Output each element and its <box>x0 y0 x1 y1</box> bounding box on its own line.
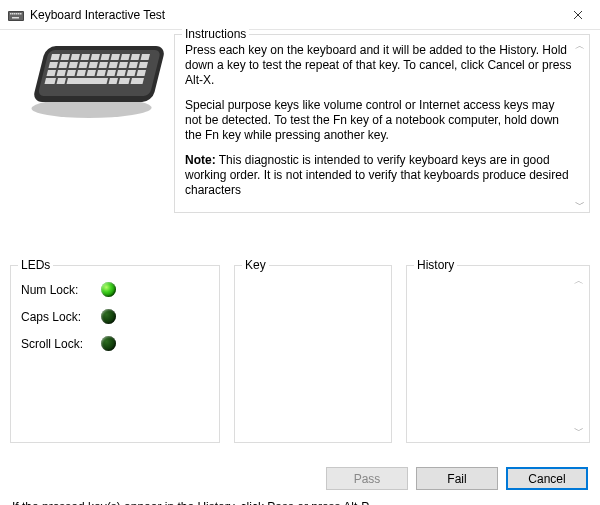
key-group: Key <box>234 265 392 443</box>
svg-rect-34 <box>67 70 76 76</box>
instructions-p2: Special purpose keys like volume control… <box>185 98 573 143</box>
svg-rect-19 <box>121 54 130 60</box>
svg-rect-44 <box>67 78 108 84</box>
svg-rect-43 <box>57 78 66 84</box>
svg-rect-13 <box>61 54 70 60</box>
svg-rect-21 <box>141 54 150 60</box>
capslock-led <box>101 309 116 324</box>
svg-rect-8 <box>12 17 19 19</box>
led-row-numlock: Num Lock: <box>21 282 209 297</box>
close-button[interactable] <box>555 0 600 30</box>
svg-rect-2 <box>10 13 12 15</box>
svg-rect-15 <box>81 54 90 60</box>
svg-rect-24 <box>69 62 78 68</box>
svg-rect-16 <box>91 54 100 60</box>
history-legend: History <box>414 258 457 272</box>
history-group: History ︿ ﹀ <box>406 265 590 443</box>
keyboard-illustration <box>10 34 168 124</box>
svg-rect-27 <box>99 62 108 68</box>
hint-text: If the pressed key(s) appear in the Hist… <box>10 500 590 505</box>
svg-rect-42 <box>45 78 56 84</box>
dialog-buttons: Pass Fail Cancel <box>10 467 590 490</box>
hint-pass: If the pressed key(s) appear in the Hist… <box>12 500 588 505</box>
svg-rect-29 <box>119 62 128 68</box>
led-row-scrolllock: Scroll Lock: <box>21 336 209 351</box>
instructions-scrollbar[interactable]: ︿ ﹀ <box>573 41 587 210</box>
svg-rect-45 <box>109 78 118 84</box>
svg-rect-6 <box>18 13 20 15</box>
svg-rect-26 <box>89 62 98 68</box>
title-bar: Keyboard Interactive Test <box>0 0 600 30</box>
numlock-led <box>101 282 116 297</box>
key-legend: Key <box>242 258 269 272</box>
instructions-p3: Note: This diagnostic is intended to ver… <box>185 153 573 198</box>
instructions-group: Instructions Press each key on the keybo… <box>174 34 590 213</box>
window-title: Keyboard Interactive Test <box>30 8 555 22</box>
svg-rect-23 <box>59 62 68 68</box>
numlock-label: Num Lock: <box>21 283 101 297</box>
svg-rect-31 <box>139 62 148 68</box>
scrolllock-led <box>101 336 116 351</box>
svg-rect-20 <box>131 54 140 60</box>
svg-rect-4 <box>14 13 16 15</box>
svg-rect-25 <box>79 62 88 68</box>
svg-rect-33 <box>57 70 66 76</box>
svg-rect-46 <box>119 78 130 84</box>
keyboard-icon <box>8 9 24 21</box>
svg-rect-38 <box>107 70 116 76</box>
svg-rect-7 <box>20 13 22 15</box>
fail-button[interactable]: Fail <box>416 467 498 490</box>
scrolllock-label: Scroll Lock: <box>21 337 101 351</box>
svg-rect-32 <box>47 70 56 76</box>
scroll-up-icon[interactable]: ︿ <box>575 41 585 51</box>
history-scrollbar[interactable]: ︿ ﹀ <box>572 276 586 436</box>
instructions-text: Press each key on the keyboard and it wi… <box>175 35 589 212</box>
cancel-button[interactable]: Cancel <box>506 467 588 490</box>
leds-group: LEDs Num Lock: Caps Lock: Scroll Lock: <box>10 265 220 443</box>
svg-rect-17 <box>101 54 110 60</box>
svg-rect-22 <box>49 62 58 68</box>
svg-rect-39 <box>117 70 126 76</box>
svg-rect-35 <box>77 70 86 76</box>
svg-rect-18 <box>111 54 120 60</box>
instructions-note-prefix: Note: <box>185 153 216 167</box>
svg-rect-40 <box>127 70 136 76</box>
svg-rect-5 <box>16 13 18 15</box>
scroll-up-icon[interactable]: ︿ <box>574 276 584 286</box>
svg-rect-3 <box>12 13 14 15</box>
scroll-down-icon[interactable]: ﹀ <box>574 426 584 436</box>
svg-rect-30 <box>129 62 138 68</box>
scroll-down-icon[interactable]: ﹀ <box>575 200 585 210</box>
svg-rect-36 <box>87 70 96 76</box>
svg-rect-47 <box>131 78 144 84</box>
instructions-p1: Press each key on the keyboard and it wi… <box>185 43 573 88</box>
pass-button[interactable]: Pass <box>326 467 408 490</box>
svg-rect-12 <box>51 54 60 60</box>
svg-rect-14 <box>71 54 80 60</box>
led-row-capslock: Caps Lock: <box>21 309 209 324</box>
leds-legend: LEDs <box>18 258 53 272</box>
instructions-note-rest: This diagnostic is intended to verify ke… <box>185 153 569 197</box>
svg-rect-37 <box>97 70 106 76</box>
capslock-label: Caps Lock: <box>21 310 101 324</box>
svg-rect-28 <box>109 62 118 68</box>
svg-rect-41 <box>137 70 146 76</box>
